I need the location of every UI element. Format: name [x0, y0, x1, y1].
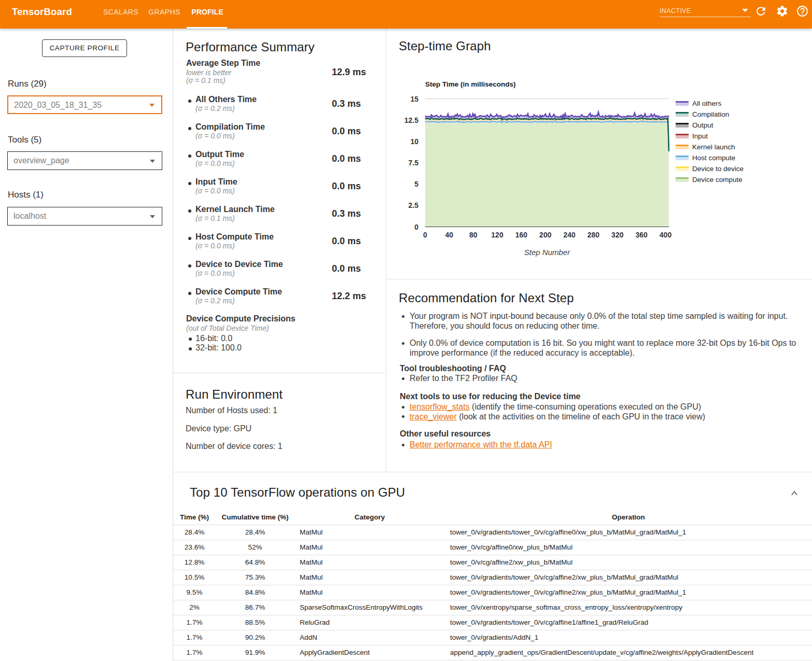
- svg-text:360: 360: [635, 231, 648, 239]
- svg-text:Step Number: Step Number: [524, 248, 570, 257]
- svg-text:5: 5: [414, 180, 418, 188]
- svg-text:7.5: 7.5: [409, 159, 419, 167]
- svg-text:Compilation: Compilation: [692, 110, 729, 118]
- svg-text:Device compute: Device compute: [692, 176, 743, 184]
- svg-text:240: 240: [563, 231, 576, 239]
- svg-text:Input: Input: [692, 132, 708, 140]
- svg-text:Host compute: Host compute: [692, 154, 735, 162]
- svg-text:0: 0: [423, 231, 427, 239]
- svg-text:All others: All others: [692, 100, 722, 107]
- svg-text:160: 160: [515, 231, 528, 239]
- svg-text:40: 40: [445, 231, 454, 239]
- svg-text:Device to device: Device to device: [692, 165, 744, 173]
- svg-text:320: 320: [611, 231, 624, 239]
- svg-text:200: 200: [539, 231, 552, 239]
- svg-text:400: 400: [660, 231, 672, 239]
- svg-text:120: 120: [491, 231, 503, 239]
- svg-text:Output: Output: [692, 121, 713, 129]
- svg-text:280: 280: [587, 231, 600, 239]
- svg-text:15: 15: [410, 95, 418, 103]
- svg-text:Step Time (in milliseconds): Step Time (in milliseconds): [425, 80, 516, 88]
- svg-text:2.5: 2.5: [409, 201, 419, 209]
- svg-text:0: 0: [414, 223, 418, 231]
- svg-text:12.5: 12.5: [404, 116, 418, 124]
- svg-text:10: 10: [410, 137, 418, 146]
- svg-text:Kernel launch: Kernel launch: [692, 143, 735, 151]
- svg-text:80: 80: [469, 231, 478, 239]
